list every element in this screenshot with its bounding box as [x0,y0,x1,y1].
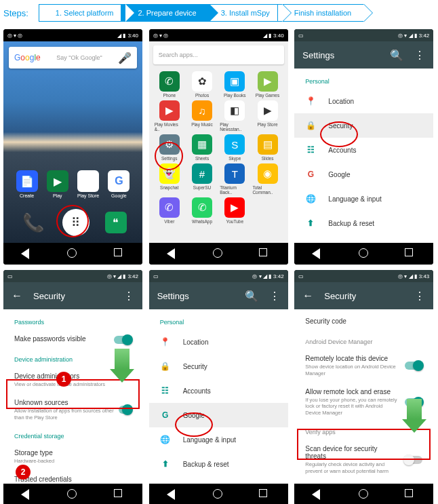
setting-accounts[interactable]: ☷Accounts [149,379,288,403]
section-passwords: Passwords [3,312,142,330]
home-button[interactable] [213,489,224,500]
setting-security[interactable]: 🔒Security [149,354,288,379]
back-button[interactable] [167,489,178,500]
recents-button[interactable] [405,489,416,500]
back-button[interactable] [312,248,323,259]
app-titaniumback[interactable]: TTitanium Back.. [220,163,250,195]
home-button[interactable] [213,248,224,259]
phone-5: ▭◎ ▾ ◢ ▮ 3:42 Settings 🔍 ⋮ Personal 📍Loc… [149,270,288,504]
status-bar: ▭◎ ▾ ◢ ▮ 3:42 [294,29,433,41]
back-button[interactable] [21,248,32,259]
recents-button[interactable] [405,248,416,259]
app-bar: Settings 🔍 ⋮ [294,41,433,69]
hangouts-icon[interactable]: ❝ [105,212,127,233]
drawer-search[interactable]: Search apps... [153,45,284,64]
google-security-screen: ← Security ⋮ Security code Android Devic… [294,282,433,484]
overflow-icon[interactable]: ⋮ [123,290,134,303]
app-whatsapp[interactable]: ✆WhatsApp [187,197,217,224]
recents-button[interactable] [114,489,125,500]
search-icon[interactable]: 🔍 [245,290,258,303]
home-button[interactable] [359,248,370,259]
setting-accounts[interactable]: ☷Accounts [294,138,433,162]
setting-location[interactable]: 📍Location [149,330,288,354]
recents-button[interactable] [259,248,270,259]
section-personal: Personal [294,71,433,89]
toggle-on[interactable] [119,406,132,414]
app-photos[interactable]: ✿Photos [187,71,217,98]
phone-1: ◎ ▾ ◎◢ ▮ 3:40 Google Say "Ok Google" 🎤 📄… [3,29,142,265]
home-button[interactable] [359,489,370,500]
back-button[interactable] [21,489,32,500]
app-playgames[interactable]: ▶Play Games [252,71,282,98]
app-supersu[interactable]: #SuperSU [187,163,217,195]
toggle-on[interactable] [405,362,422,370]
overflow-icon[interactable]: ⋮ [269,290,280,303]
mic-icon[interactable]: 🎤 [118,52,132,64]
section-credential: Credential storage [3,426,142,444]
setting-google[interactable]: GGoogle [149,403,288,427]
security-code[interactable]: Security code [294,312,433,332]
unknown-sources[interactable]: Unknown sourcesAllow installation of app… [3,393,142,427]
remotely-locate[interactable]: Remotely locate this deviceShow device l… [294,349,433,383]
setting-location[interactable]: 📍Location [294,89,433,113]
app-playstore[interactable]: ▶Play Store [77,170,99,198]
app-totalcomman[interactable]: ◉Total Comman.. [252,163,282,195]
make-passwords-visible[interactable]: Make passwords visible [3,330,142,349]
section-personal: Personal [149,312,288,330]
dialer-icon[interactable]: 📞 [20,209,47,236]
app-phone[interactable]: ✆Phone [155,71,184,98]
home-screen[interactable]: Google Say "Ok Google" 🎤 📄Create ▶Play ▶… [3,41,142,243]
app-drawer[interactable]: Search apps... ✆Phone✿Photos▣Play Books▶… [149,41,288,243]
setting-backupreset[interactable]: ⬆Backup & reset [294,211,433,235]
app-playmovies[interactable]: ▶Play Movies &.. [155,100,184,132]
app-sheets[interactable]: ▦Sheets [187,134,217,161]
app-playmusic[interactable]: ♫Play Music [187,100,217,132]
google-search-bar[interactable]: Google Say "Ok Google" 🎤 [9,47,137,69]
setting-google[interactable]: GGoogle [294,162,433,187]
phone-3: ▭◎ ▾ ◢ ▮ 3:42 Settings 🔍 ⋮ Personal 📍Loc… [294,29,433,265]
back-button[interactable] [167,248,178,259]
home-button[interactable] [67,248,78,259]
setting-backupreset[interactable]: ⬆Backup & reset [149,452,288,476]
setting-languageinput[interactable]: 🌐Language & input [149,427,288,452]
app-playnewsstan[interactable]: ◧Play Newsstan.. [220,100,250,132]
settings-screen: Settings 🔍 ⋮ Personal 📍Location🔒Security… [294,41,433,243]
status-bar: ▭◎ ▾ ◢ ▮ 3:42 [149,270,288,282]
app-play[interactable]: ▶Play [47,170,68,198]
app-playstore[interactable]: ▶Play Store [252,100,282,132]
toggle-on[interactable] [114,336,132,344]
recents-button[interactable] [259,489,270,500]
overflow-icon[interactable]: ⋮ [414,290,425,303]
app-youtube[interactable]: ▶YouTube [220,197,250,224]
step-1[interactable]: 1. Select platform [39,4,127,22]
search-icon[interactable]: 🔍 [390,49,403,62]
recents-button[interactable] [114,248,125,259]
app-viber[interactable]: ✆Viber [155,197,184,224]
nav-bar [149,243,288,265]
title: Settings [157,291,234,301]
setting-security[interactable]: 🔒Security [294,113,433,138]
app-skype[interactable]: SSkype [220,134,250,161]
toggle-off[interactable] [405,456,422,464]
title: Settings [302,50,379,60]
back-arrow-icon[interactable]: ← [12,290,22,302]
setting-languageinput[interactable]: 🌐Language & input [294,187,433,211]
app-snapchat[interactable]: 👻Snapchat [155,163,184,195]
app-playbooks[interactable]: ▣Play Books [220,71,250,98]
scan-device[interactable]: Scan device for security threatsRegularl… [294,440,433,480]
back-button[interactable] [312,489,323,500]
home-button[interactable] [67,489,78,500]
title: Security [33,291,113,301]
nav-bar [294,484,433,504]
nav-bar [3,243,142,265]
app-bar: Settings 🔍 ⋮ [149,282,288,309]
app-slides[interactable]: ▤Slides [252,134,282,161]
app-drawer-button[interactable]: ⠿ [62,209,89,236]
app-create[interactable]: 📄Create [16,170,38,198]
overflow-icon[interactable]: ⋮ [414,49,425,62]
badge-2: 2 [16,465,31,480]
back-arrow-icon[interactable]: ← [302,290,313,302]
app-google[interactable]: GGoogle [108,170,130,198]
google-logo: Google [14,53,41,62]
app-settings[interactable]: ⚙Settings [155,134,184,161]
